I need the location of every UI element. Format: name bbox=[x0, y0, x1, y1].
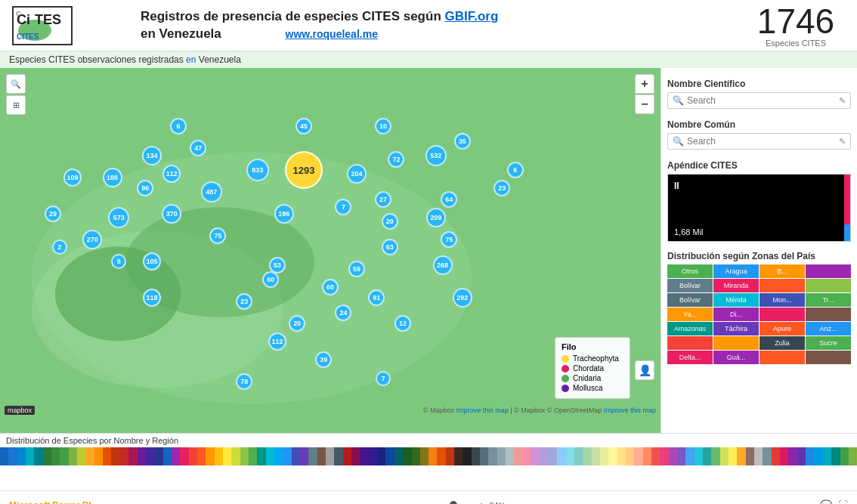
cluster-60[interactable]: 60 bbox=[262, 271, 279, 288]
dist-cell-19[interactable]: Anz... bbox=[806, 322, 851, 335]
map-area[interactable]: + − 🔍 ⊞ 👤 613447451035188112833129320472… bbox=[0, 68, 661, 433]
cluster-35[interactable]: 35 bbox=[454, 133, 471, 150]
cluster-134[interactable]: 134 bbox=[142, 146, 162, 165]
cluster-268[interactable]: 268 bbox=[433, 255, 453, 275]
dist-cell-7[interactable] bbox=[806, 279, 851, 292]
zoom-minus-btn[interactable]: - bbox=[405, 499, 409, 505]
dist-cell-15[interactable] bbox=[806, 308, 851, 321]
cluster-6[interactable]: 6 bbox=[170, 118, 187, 135]
color-block-20 bbox=[172, 447, 180, 465]
dist-cell-26[interactable] bbox=[760, 351, 805, 364]
dist-cell-8[interactable]: Bolívar bbox=[667, 293, 713, 307]
website-link[interactable]: www.roqueleal.me bbox=[286, 28, 378, 40]
dist-cell-11[interactable]: Tr... bbox=[806, 293, 851, 307]
cluster-109[interactable]: 109 bbox=[63, 169, 82, 187]
zoom-plus-btn[interactable]: + bbox=[478, 499, 484, 505]
cluster-59[interactable]: 59 bbox=[348, 261, 365, 277]
cluster-7[interactable]: 7 bbox=[376, 371, 391, 386]
cluster-23[interactable]: 23 bbox=[236, 293, 252, 310]
improve-map-link1[interactable]: Improve this map bbox=[456, 407, 509, 414]
dist-cell-6[interactable] bbox=[760, 279, 805, 292]
dist-cell-5[interactable]: Miranda bbox=[713, 279, 759, 292]
dist-cell-12[interactable]: Ya... bbox=[667, 308, 713, 321]
dist-cell-16[interactable]: Amazonas bbox=[667, 322, 713, 335]
cluster-45[interactable]: 45 bbox=[295, 118, 312, 135]
dist-cell-23[interactable]: Sucre bbox=[806, 336, 851, 350]
cluster-833[interactable]: 833 bbox=[246, 159, 269, 181]
cluster-112[interactable]: 112 bbox=[162, 165, 181, 183]
dist-cell-4[interactable]: Bolívar bbox=[667, 279, 713, 292]
dist-cell-3[interactable] bbox=[806, 264, 851, 278]
nombre-cientifico-label: Nombre Científico bbox=[667, 79, 851, 89]
clear-icon-cientifico[interactable]: ✎ bbox=[839, 96, 846, 106]
dist-cell-27[interactable] bbox=[806, 351, 851, 364]
dist-cell-10[interactable]: Mon... bbox=[760, 293, 805, 307]
dist-cell-2[interactable]: B... bbox=[760, 264, 805, 278]
improve-map-link2[interactable]: Improve this map bbox=[604, 407, 656, 414]
cluster-75[interactable]: 75 bbox=[209, 227, 226, 244]
color-strip-row2 bbox=[428, 447, 857, 465]
cluster-75[interactable]: 75 bbox=[441, 231, 457, 248]
cluster-27[interactable]: 27 bbox=[375, 191, 391, 208]
powerbi-link[interactable]: Microsoft Power BI bbox=[9, 500, 91, 505]
cluster-105[interactable]: 105 bbox=[143, 252, 161, 271]
cluster-10[interactable]: 10 bbox=[375, 118, 391, 135]
cluster-487[interactable]: 487 bbox=[201, 181, 222, 203]
dist-cell-0[interactable]: Otros bbox=[667, 264, 713, 278]
dist-cell-1[interactable]: Aragua bbox=[713, 264, 759, 278]
dist-cell-18[interactable]: Apure bbox=[760, 322, 805, 335]
cluster-8[interactable]: 8 bbox=[111, 254, 126, 269]
clear-icon-comun[interactable]: ✎ bbox=[839, 137, 846, 147]
nombre-cientifico-input[interactable] bbox=[687, 95, 839, 106]
cluster-78[interactable]: 78 bbox=[236, 373, 252, 390]
cluster-64[interactable]: 64 bbox=[441, 191, 457, 208]
cluster-112[interactable]: 112 bbox=[268, 332, 286, 351]
dist-cell-24[interactable]: Delta... bbox=[667, 351, 713, 364]
nombre-comun-input[interactable] bbox=[687, 136, 839, 147]
feedback-icon[interactable]: 💬 bbox=[820, 499, 832, 504]
cluster-12[interactable]: 12 bbox=[394, 315, 411, 332]
cluster-24[interactable]: 24 bbox=[335, 305, 351, 321]
cluster-2[interactable]: 2 bbox=[52, 240, 67, 255]
dist-cell-17[interactable]: Táchira bbox=[713, 322, 759, 335]
cluster-196[interactable]: 196 bbox=[274, 204, 294, 224]
cluster-7[interactable]: 7 bbox=[335, 199, 351, 215]
cluster-29[interactable]: 29 bbox=[45, 206, 61, 222]
person-icon[interactable]: 👤 bbox=[635, 360, 654, 380]
cluster-91[interactable]: 91 bbox=[368, 289, 385, 306]
cluster-47[interactable]: 47 bbox=[190, 140, 206, 156]
cluster-63[interactable]: 63 bbox=[382, 239, 398, 255]
color-block-80 bbox=[685, 447, 694, 465]
zoom-in-button[interactable]: + bbox=[635, 74, 654, 94]
dist-cell-21[interactable] bbox=[713, 336, 759, 350]
zoom-out-button[interactable]: − bbox=[635, 94, 654, 114]
cluster-292[interactable]: 292 bbox=[453, 288, 472, 308]
cluster-60[interactable]: 60 bbox=[322, 279, 339, 295]
dist-cell-13[interactable]: Di... bbox=[713, 308, 759, 321]
fullscreen-icon[interactable]: ⛶ bbox=[838, 499, 848, 504]
cluster-72[interactable]: 72 bbox=[388, 151, 404, 168]
cluster-204[interactable]: 204 bbox=[347, 164, 367, 184]
cluster-270[interactable]: 270 bbox=[82, 230, 102, 249]
cluster-20[interactable]: 20 bbox=[289, 315, 305, 332]
cluster-6[interactable]: 6 bbox=[507, 162, 524, 178]
dist-cell-14[interactable] bbox=[760, 308, 805, 321]
color-block-79 bbox=[677, 447, 685, 465]
cluster-532[interactable]: 532 bbox=[425, 145, 447, 166]
cluster-96[interactable]: 96 bbox=[137, 180, 153, 196]
cluster-188[interactable]: 188 bbox=[103, 168, 122, 187]
cluster-209[interactable]: 209 bbox=[426, 208, 446, 227]
cluster-20[interactable]: 20 bbox=[382, 213, 398, 230]
dist-cell-22[interactable]: Zulia bbox=[760, 336, 805, 350]
cluster-573[interactable]: 573 bbox=[108, 207, 129, 228]
cluster-39[interactable]: 39 bbox=[315, 351, 332, 368]
cluster-1293[interactable]: 1293 bbox=[285, 151, 323, 189]
dist-cell-20[interactable] bbox=[667, 336, 713, 350]
cluster-370[interactable]: 370 bbox=[162, 204, 181, 224]
dist-cell-25[interactable]: Guá... bbox=[713, 351, 759, 364]
cluster-118[interactable]: 118 bbox=[143, 289, 161, 307]
cluster-23[interactable]: 23 bbox=[493, 180, 510, 196]
dist-cell-9[interactable]: Mérida bbox=[713, 293, 759, 307]
search-map-button[interactable]: 🔍 bbox=[6, 74, 26, 94]
layers-button[interactable]: ⊞ bbox=[6, 95, 26, 115]
